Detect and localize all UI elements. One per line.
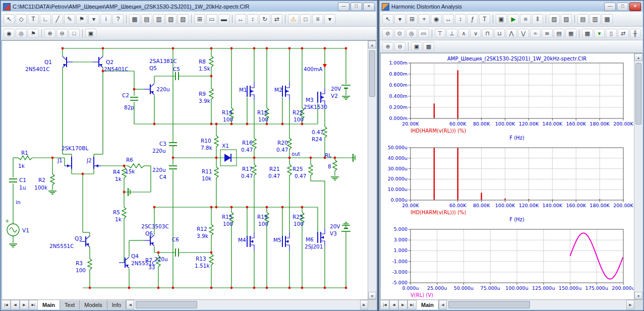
- page-nav-icon[interactable]: ▶: [398, 300, 407, 309]
- graphics-mode-icon[interactable]: ✎: [64, 14, 75, 24]
- vscroll-thumb[interactable]: [369, 50, 375, 97]
- node-numbers-icon[interactable]: ▦: [129, 14, 140, 24]
- color-menu-icon[interactable]: ▾: [594, 29, 605, 38]
- tick-bottom-icon[interactable]: ⊥: [446, 29, 457, 38]
- scroll-right-icon[interactable]: ▶: [626, 300, 634, 309]
- zoom-out-icon[interactable]: ⊖: [394, 42, 405, 51]
- data-points-icon[interactable]: ▧: [549, 14, 560, 24]
- component-menu-icon[interactable]: ▾: [88, 14, 99, 24]
- pages-icon[interactable]: ▯: [606, 29, 617, 38]
- tokens-icon[interactable]: ▨: [561, 14, 572, 24]
- maximize-button[interactable]: □: [617, 3, 628, 11]
- grid-icon[interactable]: ⊞: [194, 14, 205, 24]
- cursor-grid-icon[interactable]: ╫: [630, 29, 641, 38]
- select-icon[interactable]: ↖: [382, 14, 393, 24]
- scroll-right-icon[interactable]: ▶: [360, 300, 368, 309]
- stop-icon[interactable]: ■: [520, 14, 531, 24]
- title-block-icon[interactable]: ▬: [218, 14, 229, 24]
- tab-info[interactable]: Info: [107, 300, 126, 309]
- flip-y-icon[interactable]: ↕: [247, 14, 258, 24]
- point-tag-icon[interactable]: ◉: [431, 14, 442, 24]
- envelope-bottom-icon[interactable]: ⊔: [494, 29, 505, 38]
- vscroll-track[interactable]: [634, 61, 642, 292]
- auto-scale-icon[interactable]: ◎: [406, 29, 417, 38]
- horizontal-tag-icon[interactable]: ↔: [443, 14, 454, 24]
- page-nav-icon[interactable]: |◀: [380, 300, 389, 309]
- tick-top-icon[interactable]: ⊤: [435, 29, 446, 38]
- zoom-area-icon[interactable]: □: [69, 29, 80, 38]
- conditions-icon[interactable]: ▨: [178, 14, 189, 24]
- limits-icon[interactable]: ▭: [418, 29, 429, 38]
- vscroll-track[interactable]: [368, 48, 376, 292]
- schematic-titlebar[interactable]: C:\MC11\DATA\Petrov\AMP_Швеция\AMP_Швеци…: [2, 2, 376, 12]
- copy-to-clipboard-icon[interactable]: ▣: [85, 29, 96, 38]
- layers-icon[interactable]: ▦: [565, 29, 576, 38]
- rotate-icon[interactable]: ↻: [259, 14, 270, 24]
- border-icon[interactable]: ▭: [206, 14, 217, 24]
- info-mode-icon[interactable]: i: [100, 14, 111, 24]
- powers-icon[interactable]: ▧: [165, 14, 177, 24]
- peak-icon[interactable]: ∧: [458, 29, 470, 38]
- scale-mode-icon[interactable]: ⊞: [406, 14, 418, 24]
- scroll-left-icon[interactable]: ◀: [126, 300, 134, 309]
- output-waveform-plot[interactable]: 5.0003.0001.000-1.000-3.000-5.0000.000u2…: [382, 225, 634, 299]
- vscroll-thumb[interactable]: [635, 63, 641, 125]
- copy-graph-icon[interactable]: ▣: [411, 42, 422, 51]
- close-button[interactable]: ×: [363, 3, 375, 11]
- zoom-in-icon[interactable]: ⊕: [44, 29, 55, 38]
- file-menu-icon[interactable]: ▾: [394, 14, 405, 24]
- page-nav-icon[interactable]: ◀: [11, 300, 20, 309]
- zoom-out-icon[interactable]: ⊖: [56, 29, 68, 38]
- cursor-mode-icon[interactable]: +: [419, 14, 430, 24]
- grid-style-icon[interactable]: ▤: [554, 29, 565, 38]
- select-icon[interactable]: ↖: [4, 14, 15, 24]
- pause-icon[interactable]: ‖: [532, 14, 543, 24]
- properties-icon[interactable]: ≡: [312, 14, 323, 24]
- hscroll-track[interactable]: [447, 300, 626, 309]
- text-mode-icon[interactable]: T: [28, 14, 39, 24]
- minimize-button[interactable]: —: [604, 3, 616, 11]
- y-log-icon[interactable]: ⊙: [394, 29, 405, 38]
- x-log-icon[interactable]: ⊘: [382, 29, 393, 38]
- harmonic-spectrum-plot[interactable]: 1.000m0.800m0.600m0.400m0.200m0.000m20.0…: [382, 55, 634, 142]
- schematic-canvas[interactable]: +Q12N5401CQ22N5401C2SA1381CQ5C5220uR81.5…: [2, 41, 368, 299]
- step-box-icon[interactable]: ⇄: [271, 14, 282, 24]
- envelope-top-icon[interactable]: ⊓: [482, 29, 493, 38]
- hscroll-thumb[interactable]: [136, 301, 197, 308]
- page-nav-icon[interactable]: ◀: [389, 300, 398, 309]
- scroll-down-icon[interactable]: ▼: [634, 292, 642, 299]
- flag-mode-icon[interactable]: ⚑: [76, 14, 87, 24]
- scroll-down-icon[interactable]: ▼: [368, 292, 376, 299]
- text-mode-icon[interactable]: T: [479, 14, 490, 24]
- help-mode-icon[interactable]: ?: [112, 14, 124, 24]
- page-nav-icon[interactable]: ▶: [20, 300, 29, 309]
- no-points-icon[interactable]: ⋁: [518, 29, 529, 38]
- all-points-icon[interactable]: ⋀: [506, 29, 517, 38]
- overlay-plot-icon[interactable]: ▦: [602, 14, 613, 24]
- goto-flag-icon[interactable]: ⚑: [28, 29, 39, 38]
- page-nav-icon[interactable]: ▶|: [407, 300, 417, 309]
- tab-text[interactable]: Text: [60, 300, 80, 309]
- valley-icon[interactable]: ∨: [470, 29, 481, 38]
- harmonic-spectrum-zoom-plot[interactable]: 50.000u40.000u30.000u20.000u10.000u0.000…: [382, 144, 634, 223]
- analysis-vscrollbar[interactable]: ▲ ▼: [634, 53, 642, 299]
- schematic-vscrollbar[interactable]: ▲ ▼: [368, 41, 376, 299]
- diagonal-wire-icon[interactable]: ╱: [52, 14, 63, 24]
- smooth-icon[interactable]: ≈: [530, 29, 541, 38]
- component-mode-icon[interactable]: ◇: [16, 14, 27, 24]
- repeat-find-icon[interactable]: ◎: [16, 29, 27, 38]
- page-nav-icon[interactable]: ▶|: [29, 300, 38, 309]
- analysis-titlebar[interactable]: Harmonic Distortion Analysis —□×: [380, 2, 642, 12]
- minimize-button[interactable]: —: [338, 3, 349, 11]
- compare-icon[interactable]: ≅: [542, 29, 553, 38]
- run-icon[interactable]: ▶: [508, 14, 519, 24]
- flip-x-icon[interactable]: ↔: [235, 14, 246, 24]
- wire-mode-icon[interactable]: ∟: [40, 14, 51, 24]
- warning-icon[interactable]: ⚠: [288, 14, 299, 24]
- vertical-tag-icon[interactable]: ↕: [455, 14, 466, 24]
- align-cursors-icon[interactable]: ⇄: [618, 29, 629, 38]
- tab-main[interactable]: Main: [38, 300, 60, 309]
- scroll-up-icon[interactable]: ▲: [368, 41, 376, 48]
- hscroll-track[interactable]: [134, 300, 360, 309]
- analysis-hscrollbar[interactable]: ◀ ▶: [439, 300, 634, 309]
